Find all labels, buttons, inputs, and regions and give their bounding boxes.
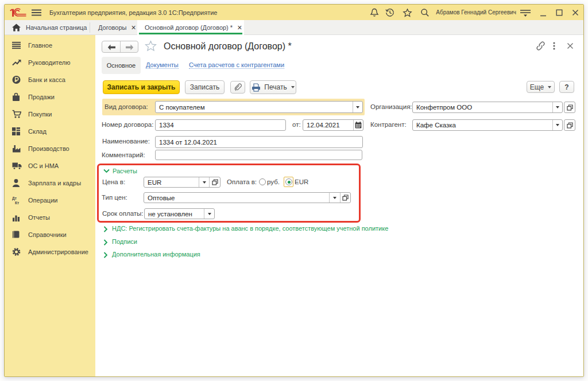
svg-text:Кт: Кт xyxy=(15,201,19,205)
